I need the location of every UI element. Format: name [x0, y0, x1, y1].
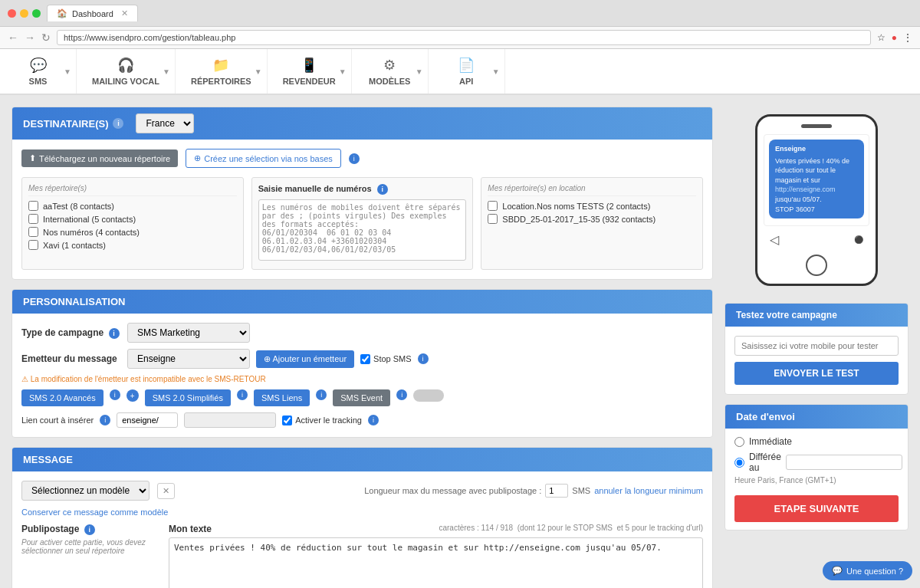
mes-repertoires-box: Mes répertoire(s) aaTest (8 contacts) In…: [21, 177, 244, 270]
lien-court-input[interactable]: [117, 412, 178, 428]
envoyer-test-button[interactable]: ENVOYER LE TEST: [734, 362, 899, 385]
minimize-dot[interactable]: [20, 9, 28, 18]
create-info-icon[interactable]: i: [349, 153, 360, 164]
upload-repertoire-button[interactable]: ⬆ Téléchargez un nouveau répertoire: [21, 149, 178, 167]
upload-icon: ⬆: [29, 153, 36, 163]
nav-revendeur[interactable]: 📱 REVENDEUR ▼: [268, 49, 352, 94]
mon-texte-label: Mon texte caractères : 114 / 918 (dont 1…: [169, 524, 703, 534]
warning-text: ⚠ La modification de l'émetteur est inco…: [21, 375, 703, 383]
browser-chrome: 🏠 Dashboard ✕ ← → ↻ https://www.isendpro…: [0, 0, 920, 49]
personnalisation-section: PERSONNALISATION Type de campagne i SMS …: [12, 289, 713, 438]
test-mobile-input[interactable]: [734, 336, 899, 356]
sms-preview-bubble: Enseigne Ventes privées ! 40% de réducti…: [769, 140, 864, 218]
stop-sms-checkbox-label: Stop SMS: [360, 354, 412, 364]
sms-avances-button[interactable]: SMS 2.0 Avancés: [21, 389, 104, 406]
differee-row: Différée au 26/06/201 📅 10:45 ⇅: [734, 452, 899, 473]
type-campagne-select[interactable]: SMS Marketing: [127, 323, 250, 343]
ajouter-emetteur-button[interactable]: ⊕ Ajouter un émetteur: [256, 350, 354, 368]
modeles-arrow: ▼: [416, 67, 423, 76]
test-campagne-header: Testez votre campagne: [725, 304, 908, 327]
back-button[interactable]: ←: [8, 31, 18, 44]
etape-suivante-button[interactable]: ETAPE SUIVANTE: [734, 495, 899, 522]
differee-radio[interactable]: [734, 458, 744, 468]
browser-tab[interactable]: 🏠 Dashboard ✕: [47, 5, 138, 21]
nav-api[interactable]: 📄 API ▼: [429, 49, 505, 94]
maximize-dot[interactable]: [32, 9, 41, 18]
rep-checkbox-nos-numeros[interactable]: [28, 227, 38, 237]
country-select[interactable]: France: [136, 113, 194, 133]
sms-avances-info[interactable]: i: [110, 389, 120, 400]
message-title: MESSAGE: [23, 454, 73, 465]
emetteur-label: Emetteur du message: [21, 353, 121, 364]
repertoires-location-title: Mes répertoire(s) en location: [488, 184, 696, 196]
question-label: Une question ?: [846, 567, 903, 576]
lien-court-value[interactable]: [184, 412, 276, 428]
nav-sms[interactable]: 💬 SMS ▼: [0, 49, 77, 94]
menu-icon[interactable]: ⋮: [903, 32, 912, 43]
tracking-info[interactable]: i: [368, 415, 379, 425]
nav-mailing-vocal[interactable]: 🎧 MAILING VOCAL ▼: [77, 49, 176, 94]
sms-event-button[interactable]: SMS Event: [333, 389, 390, 406]
browser-addressbar: ← → ↻ https://www.isendpro.com/gestion/t…: [0, 27, 920, 48]
sms-sender: Enseigne: [775, 144, 858, 154]
test-campagne-body: ENVOYER LE TEST: [725, 327, 908, 394]
date-envoi-header: Date d'envoi: [725, 405, 908, 429]
saisie-textarea[interactable]: Les numéros de mobiles doivent être sépa…: [258, 199, 467, 261]
rep-checkbox-international[interactable]: [28, 214, 38, 224]
test-campagne-section: Testez votre campagne ENVOYER LE TEST: [724, 303, 909, 395]
bookmark-icon[interactable]: ☆: [877, 32, 886, 43]
rep-checkbox-location-1[interactable]: [488, 201, 498, 211]
timezone-text: Heure Paris, France (GMT+1): [734, 476, 899, 485]
stop-sms-checkbox[interactable]: [360, 354, 370, 364]
tab-close-icon[interactable]: ✕: [121, 8, 128, 18]
close-dot[interactable]: [8, 9, 16, 18]
sms-event-info[interactable]: i: [396, 389, 407, 400]
calendar-icon[interactable]: 📅: [907, 457, 909, 468]
refresh-button[interactable]: ↻: [41, 31, 51, 44]
stop-sms-info-icon[interactable]: i: [418, 353, 429, 364]
rep-item-aatest: aaTest (8 contacts): [28, 201, 237, 211]
longueur-input[interactable]: [545, 484, 568, 498]
message-content-row: Publipostage i Pour activer cette partie…: [21, 524, 703, 588]
sms-avances-plus[interactable]: +: [127, 389, 139, 402]
repertoires-grid: Mes répertoire(s) aaTest (8 contacts) In…: [21, 177, 703, 270]
revendeur-icon: 📱: [301, 57, 317, 74]
immediate-radio[interactable]: [734, 437, 744, 447]
destinataires-info-icon[interactable]: i: [113, 118, 123, 129]
nav-repertoires[interactable]: 📁 RÉPERTOIRES ▼: [176, 49, 268, 94]
sms-event-toggle[interactable]: [413, 389, 444, 402]
message-textarea[interactable]: Ventes privées ! 40% de réduction sur to…: [169, 537, 703, 588]
emetteur-select[interactable]: Enseigne: [127, 349, 250, 369]
longueur-info: Longueur max du message avec publipostag…: [364, 484, 703, 498]
personnalisation-header: PERSONNALISATION: [12, 290, 712, 314]
save-model-link[interactable]: Conserver ce message comme modèle: [21, 508, 168, 517]
nav-modeles[interactable]: ⚙ MODÈLES ▼: [352, 49, 429, 94]
publipostage-info[interactable]: i: [84, 524, 95, 535]
rep-checkbox-location-2[interactable]: [488, 214, 498, 224]
question-bubble[interactable]: 💬 Une question ?: [823, 561, 912, 580]
sms-simplifies-info[interactable]: i: [237, 389, 248, 400]
publipostage-title: Publipostage i: [21, 524, 159, 535]
rep-checkbox-aatest[interactable]: [28, 201, 38, 211]
type-campagne-info-icon[interactable]: i: [109, 328, 120, 339]
annuler-longueur-link[interactable]: annuler la longueur minimum: [594, 486, 703, 495]
sms-liens-info[interactable]: i: [316, 389, 327, 400]
model-select[interactable]: Sélectionnez un modèle: [21, 481, 150, 501]
sms-liens-button[interactable]: SMS Liens: [254, 389, 310, 406]
saisie-info-icon[interactable]: i: [377, 184, 388, 195]
forward-button[interactable]: →: [25, 31, 35, 44]
tab-title: Dashboard: [72, 9, 113, 18]
create-selection-button[interactable]: ⊕ Créez une sélection via nos bases: [186, 149, 341, 168]
sms-icon: 💬: [30, 57, 47, 74]
rep-checkbox-xavi[interactable]: [28, 240, 38, 250]
clear-model-button[interactable]: ✕: [157, 483, 175, 499]
sms-simplifies-button[interactable]: SMS 2.0 Simplifiés: [145, 389, 231, 406]
mon-texte-box: Mon texte caractères : 114 / 918 (dont 1…: [169, 524, 703, 588]
saisie-title: Saisie manuelle de numéros i: [258, 184, 467, 195]
main-navigation: 💬 SMS ▼ 🎧 MAILING VOCAL ▼ 📁 RÉPERTOIRES …: [0, 49, 920, 95]
rep-item-international: International (5 contacts): [28, 214, 237, 224]
lien-court-info[interactable]: i: [100, 415, 110, 425]
tracking-checkbox[interactable]: [282, 416, 292, 425]
address-bar[interactable]: https://www.isendpro.com/gestion/tableau…: [57, 30, 871, 45]
date-input[interactable]: 26/06/201: [786, 455, 902, 470]
